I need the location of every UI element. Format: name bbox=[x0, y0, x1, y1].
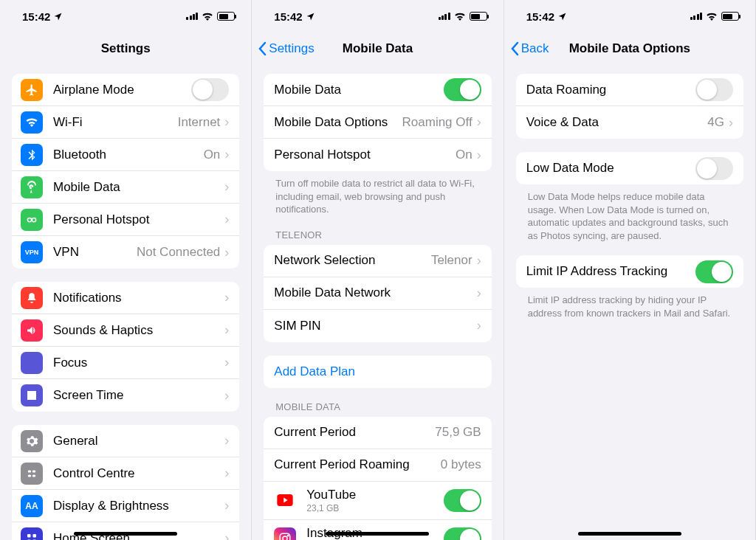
lowdata-switch[interactable] bbox=[695, 157, 733, 180]
carrier-group: Network Selection Telenor › Mobile Data … bbox=[264, 245, 491, 342]
voice-data-row[interactable]: Voice & Data 4G › bbox=[516, 106, 743, 139]
hotspot-row[interactable]: Personal Hotspot › bbox=[12, 204, 239, 236]
limitip-switch[interactable] bbox=[695, 260, 733, 283]
location-icon bbox=[53, 12, 63, 21]
chevron-right-icon: › bbox=[224, 530, 229, 540]
chevron-right-icon: › bbox=[224, 245, 229, 260]
add-plan-label: Add Data Plan bbox=[274, 364, 481, 379]
network-selection-row[interactable]: Network Selection Telenor › bbox=[264, 245, 491, 277]
general-row[interactable]: General › bbox=[12, 425, 239, 457]
status-time: 15:42 bbox=[526, 10, 554, 23]
home-indicator[interactable] bbox=[326, 532, 429, 536]
instagram-row[interactable]: Instagram 17,6 GB bbox=[264, 520, 491, 540]
bluetooth-value: On bbox=[204, 148, 221, 162]
display-icon: AA bbox=[21, 495, 43, 517]
svg-rect-6 bbox=[27, 534, 31, 538]
airplane-label: Airplane Mode bbox=[53, 83, 191, 97]
focus-icon bbox=[21, 352, 43, 374]
vpn-value: Not Connected bbox=[137, 245, 220, 260]
hotspot-label: Personal Hotspot bbox=[274, 148, 456, 162]
roaming-group: Data Roaming Voice & Data 4G › bbox=[516, 74, 743, 139]
chevron-right-icon: › bbox=[477, 148, 481, 163]
roaming-label: Data Roaming bbox=[526, 83, 695, 97]
limitip-label: Limit IP Address Tracking bbox=[526, 264, 695, 279]
limitip-footer: Limit IP address tracking by hiding your… bbox=[516, 288, 743, 319]
chevron-right-icon: › bbox=[477, 285, 481, 301]
usage-group: Current Period 75,9 GB Current Period Ro… bbox=[264, 417, 491, 540]
status-bar: 15:42 bbox=[0, 0, 251, 32]
notifications-row[interactable]: Notifications › bbox=[12, 282, 239, 314]
hotspot-value: On bbox=[456, 148, 472, 162]
mobile-data-switch[interactable] bbox=[444, 78, 481, 101]
chevron-right-icon: › bbox=[224, 433, 229, 449]
youtube-row[interactable]: YouTube 23,1 GB bbox=[264, 482, 491, 520]
svg-point-16 bbox=[288, 535, 289, 536]
chevron-right-icon: › bbox=[224, 498, 229, 513]
homescreen-row[interactable]: Home Screen › bbox=[12, 522, 239, 540]
nav-title: Mobile Data bbox=[343, 41, 413, 56]
chevron-right-icon: › bbox=[224, 322, 229, 338]
mobile-data-options-row[interactable]: Mobile Data Options Roaming Off › bbox=[264, 106, 491, 139]
mobile-data-network-row[interactable]: Mobile Data Network › bbox=[264, 277, 491, 310]
focus-label: Focus bbox=[53, 356, 224, 370]
airplane-icon bbox=[21, 79, 43, 101]
svg-rect-7 bbox=[33, 534, 37, 538]
roaming-period-row[interactable]: Current Period Roaming 0 bytes bbox=[264, 449, 491, 482]
back-button[interactable]: Back bbox=[510, 41, 549, 56]
nav-bar: Back Mobile Data Options bbox=[504, 32, 755, 65]
display-row[interactable]: AA Display & Brightness › bbox=[12, 490, 239, 522]
chevron-right-icon: › bbox=[224, 212, 229, 227]
vpn-row[interactable]: VPN VPN Not Connected › bbox=[12, 236, 239, 269]
bluetooth-row[interactable]: Bluetooth On › bbox=[12, 139, 239, 171]
vpn-label: VPN bbox=[53, 245, 137, 260]
home-indicator[interactable] bbox=[74, 532, 177, 536]
airplane-mode-row[interactable]: Airplane Mode bbox=[12, 74, 239, 106]
svg-point-0 bbox=[27, 218, 31, 221]
wifi-row[interactable]: Wi-Fi Internet › bbox=[12, 106, 239, 139]
wifi-icon bbox=[202, 12, 213, 21]
mobile-data-row[interactable]: Mobile Data › bbox=[12, 171, 239, 204]
data-roaming-row[interactable]: Data Roaming bbox=[516, 74, 743, 106]
home-indicator[interactable] bbox=[578, 532, 681, 536]
network-value: Telenor bbox=[431, 253, 472, 268]
wifi-icon bbox=[706, 12, 718, 21]
mobile-data-toggle-row[interactable]: Mobile Data bbox=[264, 74, 491, 106]
hotspot-icon bbox=[21, 209, 43, 231]
instagram-switch[interactable] bbox=[444, 527, 481, 540]
lowdata-footer: Low Data Mode helps reduce mobile data u… bbox=[516, 184, 743, 242]
options-label: Mobile Data Options bbox=[274, 115, 402, 130]
roaming-label: Current Period Roaming bbox=[274, 457, 441, 472]
chevron-right-icon: › bbox=[224, 147, 229, 162]
low-data-mode-row[interactable]: Low Data Mode bbox=[516, 152, 743, 184]
back-label: Settings bbox=[269, 41, 314, 56]
chevron-right-icon: › bbox=[477, 318, 481, 333]
screentime-row[interactable]: Screen Time › bbox=[12, 379, 239, 412]
chevron-right-icon: › bbox=[477, 253, 481, 269]
control-label: Control Centre bbox=[53, 466, 224, 481]
add-data-plan-row[interactable]: Add Data Plan bbox=[264, 356, 491, 388]
current-period-row[interactable]: Current Period 75,9 GB bbox=[264, 417, 491, 449]
chevron-right-icon: › bbox=[224, 355, 229, 370]
limit-ip-row[interactable]: Limit IP Address Tracking bbox=[516, 255, 743, 288]
airplane-switch[interactable] bbox=[191, 78, 229, 101]
battery-icon bbox=[217, 12, 235, 21]
screentime-icon bbox=[21, 384, 43, 406]
back-button[interactable]: Settings bbox=[258, 41, 314, 56]
sim-pin-row[interactable]: SIM PIN › bbox=[264, 310, 491, 342]
notifications-label: Notifications bbox=[53, 291, 224, 305]
cellular-icon bbox=[690, 13, 702, 20]
battery-icon bbox=[470, 12, 487, 21]
personal-hotspot-row[interactable]: Personal Hotspot On › bbox=[264, 139, 491, 171]
sounds-icon bbox=[21, 319, 43, 342]
voice-value: 4G bbox=[707, 115, 724, 130]
roaming-switch[interactable] bbox=[695, 78, 733, 101]
general-group: General › Control Centre › AA Display & … bbox=[12, 425, 239, 540]
control-centre-row[interactable]: Control Centre › bbox=[12, 457, 239, 490]
notifications-icon bbox=[21, 287, 43, 309]
wifi-settings-icon bbox=[21, 111, 43, 134]
sounds-row[interactable]: Sounds & Haptics › bbox=[12, 314, 239, 347]
youtube-switch[interactable] bbox=[444, 489, 481, 512]
focus-row[interactable]: Focus › bbox=[12, 347, 239, 379]
mobile-data-footer: Turn off mobile data to restrict all dat… bbox=[264, 171, 491, 216]
chevron-right-icon: › bbox=[224, 465, 229, 481]
